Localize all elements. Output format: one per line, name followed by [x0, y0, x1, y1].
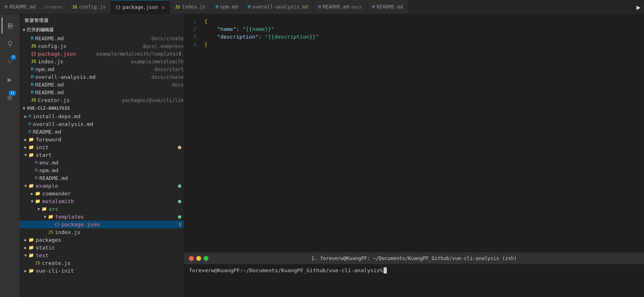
tree-file-icon: 📁 [28, 183, 34, 189]
tab-readme-create[interactable]: MREADME.md ../create [0, 0, 67, 14]
tab-label-config-js: config.js [79, 4, 106, 10]
tree-item[interactable]: M overall-analysis.md [20, 120, 184, 128]
editor-area: 1 { 2 "name": "{{name}}" 3 "description"… [184, 14, 644, 297]
tree-arrow: ▼ [23, 184, 28, 188]
opened-editor-path: docs/create [152, 74, 184, 80]
tree-file-icon: JS [48, 230, 53, 235]
tree-item[interactable]: ▼ 📁 metalsmith [20, 197, 184, 205]
opened-editor-item[interactable]: M npm.md docs/start [20, 65, 184, 73]
tree-item[interactable]: ▼ 📁 templates [20, 213, 184, 221]
opened-editor-item[interactable]: JS Creator.js packages/@vue/cli/lib [20, 96, 184, 104]
extensions-icon[interactable]: ⊞11 [2, 89, 18, 105]
tab-npm-md[interactable]: Mnpm.md [211, 0, 243, 14]
tree-item[interactable]: ▼ 📁 start [20, 151, 184, 159]
tree-item[interactable]: ▶ 📁 foreword [20, 136, 184, 143]
search-icon[interactable]: ⚲ [2, 35, 18, 52]
file-icon: JS [31, 98, 36, 103]
debug-icon[interactable]: ▶ [2, 71, 18, 87]
code-brace: } [204, 41, 208, 48]
tree-item[interactable]: ▶ 📁 init [20, 143, 184, 151]
tree-item-name: package.json [61, 221, 178, 228]
tree-file-icon: M [28, 114, 31, 119]
opened-editor-item[interactable]: M README.md [20, 89, 184, 96]
tree-item[interactable]: M README.md [20, 128, 184, 136]
badge-extensions: 11 [9, 91, 16, 95]
tree-item[interactable]: ▼ 📁 src [20, 205, 184, 213]
explorer-icon[interactable]: ⎘ [2, 17, 18, 34]
terminal-prompt: foreverw@KuangPF:~/Documents/KuangPF_Git… [189, 267, 639, 273]
tree-item[interactable]: ▶ 📁 static [20, 244, 184, 251]
tree-item[interactable]: M README.md [20, 174, 184, 182]
tree-arrow: ▼ [36, 207, 41, 211]
tab-icon-npm-md: M [216, 5, 218, 9]
tab-package-json[interactable]: {}package.json✕ [111, 0, 170, 14]
tree-item-name: static [36, 245, 184, 251]
tab-index-js[interactable]: JSindex.js [170, 0, 211, 14]
opened-editors-section[interactable]: ▼ 打开的编辑器 [20, 25, 184, 35]
terminal-traffic-lights [189, 256, 208, 261]
tab-config-js[interactable]: JSconfig.js [67, 0, 111, 14]
tab-bar: MREADME.md ../createJSconfig.js{}package… [0, 0, 644, 14]
run-button[interactable]: ▶ [636, 3, 641, 11]
tree-item[interactable]: ▶ M install-deps.md [20, 113, 184, 120]
tree-item-name: README.md [33, 129, 184, 135]
tree-item[interactable]: M npm.md [20, 167, 184, 174]
opened-editor-item[interactable]: JS config.js docs/.vuepress [20, 42, 184, 50]
opened-editor-item[interactable]: M README.md docs/create [20, 35, 184, 42]
file-icon: {} [31, 51, 36, 56]
opened-editor-badge: 1 [178, 51, 181, 56]
minimize-traffic-light[interactable] [196, 256, 201, 261]
code-editor[interactable]: 1 { 2 "name": "{{name}}" 3 "description"… [184, 14, 644, 252]
tree-item[interactable]: ▼ 📁 example [20, 182, 184, 190]
tree-file-icon: 📁 [28, 145, 34, 150]
tree-item[interactable]: JS create.js [20, 259, 184, 267]
tree-item[interactable]: ▼ 📁 test [20, 251, 184, 259]
tree-arrow: ▶ [23, 238, 28, 242]
opened-editor-item[interactable]: M README.md docs [20, 81, 184, 89]
tree-file-icon: M [35, 176, 38, 181]
tab-overall-analysis-md[interactable]: Moverall-analysis.md [243, 0, 313, 14]
opened-editor-path: example/metalsmith/templates [96, 51, 178, 57]
tree-item-name: vue-cli-init [36, 268, 184, 274]
tree-arrow: ▶ [29, 191, 35, 196]
tree-item-name: index.js [55, 229, 184, 235]
tree-file-icon: 📁 [28, 137, 34, 142]
tree-item[interactable]: ▶ 📁 commander [20, 190, 184, 197]
tree-item-badge: 1 [178, 222, 181, 227]
tab-readme-md-docs[interactable]: MREADME.md docs [313, 0, 367, 14]
tree-file-icon: 📁 [28, 152, 34, 158]
tree-file-icon: 📁 [28, 253, 34, 258]
tab-bar-end: ▶ [636, 0, 644, 14]
terminal-content[interactable]: foreverw@KuangPF:~/Documents/KuangPF_Git… [184, 264, 644, 297]
tree-item[interactable]: ▶ 📁 packages [20, 236, 184, 244]
opened-editor-item[interactable]: JS index.js example/metalsmith [20, 58, 184, 65]
tab-label-readme-create: README.md [9, 4, 36, 10]
project-section[interactable]: ▼ VUE-CLI-ANALYSIS [20, 104, 184, 113]
file-icon: JS [31, 59, 36, 64]
line-number: 3 [184, 33, 204, 41]
opened-editor-item[interactable]: {} package.json example/metalsmith/templ… [20, 50, 184, 58]
opened-editor-name: index.js [38, 59, 128, 65]
file-icon: M [31, 90, 34, 95]
tree-item-name: commander [42, 191, 184, 197]
tab-close-package-json[interactable]: ✕ [162, 4, 165, 10]
tree-item[interactable]: ▶ 📁 vue-cli-init [20, 267, 184, 275]
tree-file-icon: 📁 [35, 191, 41, 196]
tree-arrow: ▶ [23, 114, 28, 119]
tree-item[interactable]: JS index.js [20, 228, 184, 236]
opened-editor-path: docs [172, 82, 184, 88]
line-number: 1 [184, 17, 204, 25]
maximize-traffic-light[interactable] [204, 256, 208, 261]
tree-item[interactable]: M env.md [20, 159, 184, 167]
source-control-icon[interactable]: ⑂7 [2, 53, 18, 69]
tab-readme-md-2[interactable]: MREADME.md [367, 0, 408, 14]
tree-item-name: create.js [42, 260, 184, 266]
code-line: 3 "description": "{{description}}" [184, 33, 644, 41]
tab-label-package-json: package.json [123, 4, 158, 10]
opened-editor-name: README.md [35, 35, 149, 41]
tree-arrow: ▶ [23, 269, 28, 273]
opened-editor-item[interactable]: M overall-analysis.md docs/create [20, 73, 184, 81]
tree-item[interactable]: {} package.json 1 [20, 221, 184, 228]
file-icon: M [31, 82, 34, 87]
close-traffic-light[interactable] [189, 256, 194, 261]
